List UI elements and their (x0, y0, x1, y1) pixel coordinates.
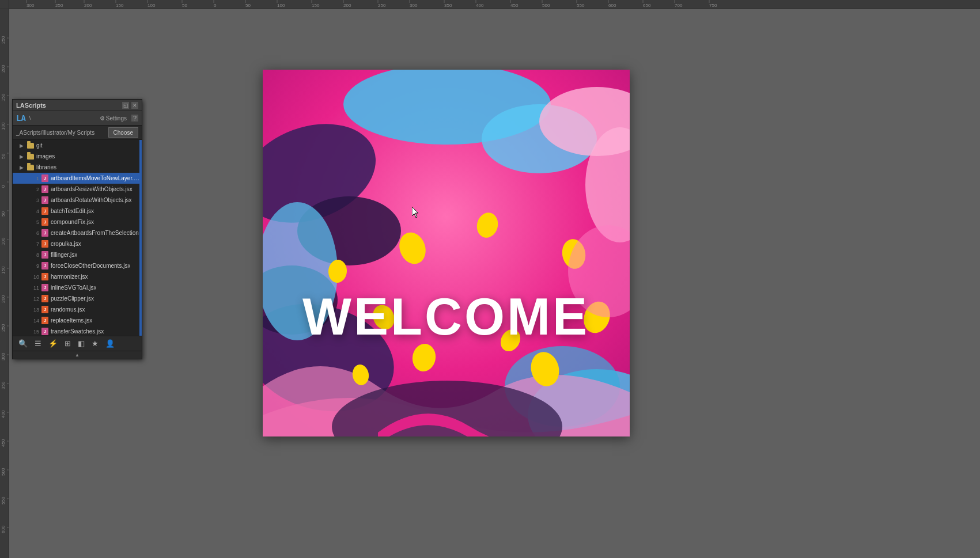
panel-path-bar: _AScripts/Illustrator/My Scripts Choose (13, 126, 142, 140)
list-toolbar-button[interactable]: ☰ (32, 338, 44, 349)
jsx-file-icon (41, 273, 49, 281)
list-item[interactable]: 13randomus.jsx (13, 304, 142, 315)
canvas-area: WELCOME designed by 🎭 freepik (9, 9, 980, 558)
svg-text:400: 400 (476, 3, 484, 8)
svg-text:500: 500 (1, 468, 6, 476)
list-item[interactable]: 6createArtboardsFromTheSelection (13, 227, 142, 238)
file-name: images (36, 153, 55, 160)
jsx-file-icon (41, 306, 49, 314)
svg-text:150: 150 (1, 93, 6, 101)
star-toolbar-button[interactable]: ★ (89, 338, 101, 349)
choose-button[interactable]: Choose (108, 127, 138, 138)
panel-minimize-button[interactable]: ◱ (122, 102, 129, 109)
jsx-file-icon (41, 295, 49, 303)
file-name: artboardsResizeWithObjects.jsx (51, 186, 133, 192)
panel-help-button[interactable]: ? (131, 115, 138, 122)
lightning-toolbar-button[interactable]: ⚡ (46, 338, 60, 349)
svg-text:50: 50 (1, 154, 6, 159)
folder-icon (27, 142, 35, 150)
file-number: 12 (29, 296, 39, 302)
list-icon: ☰ (35, 339, 41, 348)
settings-button[interactable]: ⚙ Settings (97, 114, 129, 123)
list-item[interactable]: 5compoundFix.jsx (13, 217, 142, 227)
file-number: 11 (29, 285, 39, 291)
list-item[interactable]: 1artboardItemsMoveToNewLayer.jsx (13, 173, 142, 184)
svg-text:200: 200 (1, 64, 6, 73)
ruler-horizontal: 300 250 200 150 100 50 0 50 100 150 200 … (9, 0, 980, 9)
svg-text:500: 500 (542, 3, 550, 8)
folder-icon (27, 153, 35, 161)
layers-toolbar-button[interactable]: ◧ (75, 338, 87, 349)
file-name: replaceItems.jsx (51, 317, 92, 324)
file-name: inlineSVGToAI.jsx (51, 284, 96, 291)
list-item[interactable]: 12puzzleClipper.jsx (13, 293, 142, 304)
file-name: createArtboardsFromTheSelection (51, 230, 139, 236)
list-item[interactable]: 11inlineSVGToAI.jsx (13, 282, 142, 293)
folder-icon (27, 164, 35, 172)
panel-title: LAScripts (16, 102, 46, 109)
scroll-indicator (139, 140, 142, 336)
list-item[interactable]: 4batchTextEdit.jsx (13, 206, 142, 217)
panel-filelist[interactable]: ▶git▶images▶libraries1artboardItemsMoveT… (13, 140, 142, 336)
ruler-corner (0, 0, 9, 9)
gear-icon: ⚙ (100, 115, 105, 122)
jsx-file-icon (41, 207, 49, 215)
file-number: 10 (29, 274, 39, 280)
expand-icon: ▶ (20, 165, 25, 170)
panel-titlebar: LAScripts ◱ ✕ (13, 100, 142, 111)
svg-text:300: 300 (410, 3, 418, 8)
list-item[interactable]: 3artboardsRotateWithObjects.jsx (13, 195, 142, 206)
svg-text:400: 400 (1, 410, 6, 418)
list-item[interactable]: 10harmonizer.jsx (13, 271, 142, 282)
svg-text:WELCOME: WELCOME (302, 288, 589, 346)
list-item[interactable]: 2artboardsResizeWithObjects.jsx (13, 184, 142, 195)
svg-text:250: 250 (1, 36, 6, 44)
svg-text:250: 250 (378, 3, 386, 8)
file-number: 13 (29, 307, 39, 313)
file-number: 5 (29, 219, 39, 225)
jsx-file-icon (41, 328, 49, 336)
list-item[interactable]: 8fillinger.jsx (13, 249, 142, 260)
expand-icon: ▶ (20, 143, 25, 149)
file-number: 7 (29, 241, 39, 247)
file-name: transferSwatches.jsx (51, 328, 104, 335)
file-number: 1 (29, 176, 39, 181)
current-path: _AScripts/Illustrator/My Scripts (16, 130, 94, 136)
svg-text:550: 550 (577, 3, 585, 8)
settings-label: Settings (106, 115, 127, 122)
user-toolbar-button[interactable]: 👤 (103, 338, 117, 349)
list-item[interactable]: ▶libraries (13, 162, 142, 173)
svg-text:300: 300 (1, 352, 6, 360)
list-item[interactable]: ▶images (13, 151, 142, 162)
svg-text:250: 250 (55, 3, 63, 8)
panel-close-button[interactable]: ✕ (131, 102, 138, 109)
svg-text:100: 100 (1, 237, 6, 245)
panel-collapse-bar[interactable]: ▲ (13, 351, 142, 359)
list-item[interactable]: 9forceCloseOtherDocuments.jsx (13, 260, 142, 271)
lightning-icon: ⚡ (48, 339, 58, 348)
jsx-file-icon (41, 284, 49, 292)
grid-toolbar-button[interactable]: ⊞ (62, 338, 73, 349)
svg-text:150: 150 (116, 3, 124, 8)
lascripts-panel: LAScripts ◱ ✕ LA \ ⚙ Settings ? _AScript… (12, 99, 142, 359)
svg-text:550: 550 (1, 496, 6, 504)
user-icon: 👤 (105, 339, 115, 348)
jsx-file-icon (41, 196, 49, 204)
list-item[interactable]: 14replaceItems.jsx (13, 315, 142, 326)
file-number: 3 (29, 198, 39, 203)
svg-text:0: 0 (214, 3, 217, 8)
svg-text:700: 700 (675, 3, 683, 8)
svg-text:150: 150 (312, 3, 320, 8)
list-item[interactable]: 7cropulka.jsx (13, 238, 142, 249)
svg-text:200: 200 (343, 3, 351, 8)
file-name: batchTextEdit.jsx (51, 208, 94, 214)
list-item[interactable]: ▶git (13, 140, 142, 151)
jsx-file-icon (41, 240, 49, 248)
svg-text:450: 450 (1, 439, 6, 447)
svg-text:100: 100 (277, 3, 285, 8)
file-number: 6 (29, 230, 39, 236)
search-toolbar-button[interactable]: 🔍 (16, 338, 30, 349)
svg-text:50: 50 (182, 3, 187, 8)
list-item[interactable]: 15transferSwatches.jsx (13, 326, 142, 336)
file-number: 14 (29, 318, 39, 324)
